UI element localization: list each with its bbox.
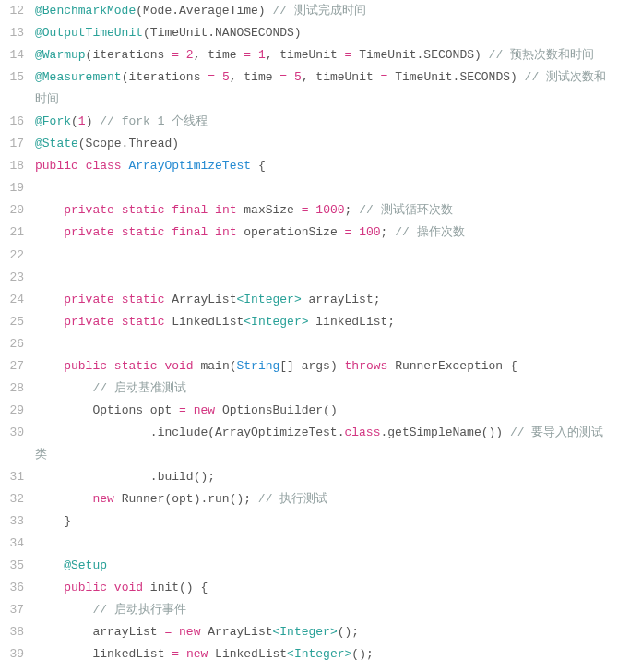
line-number: 38: [0, 621, 31, 643]
code-token: // fork 1 个线程: [100, 114, 208, 128]
code-token: public: [64, 359, 107, 373]
code-line: 20 private static final int maxSize = 10…: [0, 199, 618, 222]
code-token: ;: [381, 225, 396, 239]
code-line: 21 private static final int operationSiz…: [0, 222, 618, 244]
code-token: private: [64, 293, 114, 306]
code-token: final: [172, 225, 208, 239]
code-content: @Fork(1) // fork 1 个线程: [31, 111, 618, 133]
code-token: @Setup: [64, 558, 107, 572]
code-line: 36 public void init() {: [0, 577, 618, 599]
code-line: 22: [0, 245, 618, 267]
code-line: 33 }: [0, 510, 618, 533]
code-line: 15@Measurement(iterations = 5, time = 5,…: [0, 66, 618, 111]
code-token: [35, 315, 64, 329]
code-line: 35 @Setup: [0, 555, 618, 577]
code-content: }: [31, 510, 618, 533]
code-token: ArrayList: [164, 293, 236, 306]
code-token: [78, 159, 86, 173]
code-token: 5: [222, 70, 230, 84]
line-number: 30: [0, 422, 31, 444]
code-token: static: [122, 293, 165, 306]
code-content: .build();: [31, 466, 618, 488]
code-token: ();: [351, 647, 373, 661]
code-line: 23: [0, 267, 618, 289]
code-content: public class ArrayOptimizeTest {: [31, 155, 618, 177]
code-line: 29 Options opt = new OptionsBuilder(): [0, 400, 618, 422]
code-token: private: [64, 315, 114, 329]
line-number: 17: [0, 133, 31, 155]
line-number: 24: [0, 289, 31, 311]
code-content: @Setup: [31, 555, 618, 577]
code-token: , time: [230, 70, 280, 84]
line-number: 35: [0, 555, 31, 577]
code-token: String: [237, 359, 280, 373]
code-token: =: [172, 647, 179, 661]
code-token: (TimeUnit.NANOSECONDS): [143, 26, 302, 40]
code-content: private static ArrayList<Integer> arrayL…: [31, 289, 618, 311]
code-content: public void init() {: [31, 577, 618, 599]
code-token: }: [35, 514, 71, 528]
code-token: @State: [35, 137, 78, 150]
code-token: =: [179, 403, 186, 417]
code-token: [35, 203, 64, 217]
code-token: @OutputTimeUnit: [35, 26, 143, 40]
code-line: 24 private static ArrayList<Integer> arr…: [0, 289, 618, 311]
code-token: [35, 492, 92, 506]
code-token: TimeUnit.SECONDS): [387, 70, 524, 84]
line-number: 20: [0, 199, 31, 222]
code-token: static: [122, 315, 165, 329]
code-line: 19: [0, 177, 618, 199]
code-editor: 12@BenchmarkMode(Mode.AverageTime) // 测试…: [0, 0, 618, 666]
code-token: class: [344, 426, 380, 439]
code-token: 100: [359, 225, 380, 239]
code-token: [351, 225, 359, 239]
line-number: 23: [0, 267, 31, 289]
code-token: {: [251, 159, 266, 173]
code-line: 12@BenchmarkMode(Mode.AverageTime) // 测试…: [0, 0, 618, 22]
line-number: 14: [0, 44, 31, 66]
code-token: (: [71, 114, 78, 128]
code-token: class: [86, 159, 122, 173]
code-token: int: [215, 225, 236, 239]
code-line: 18public class ArrayOptimizeTest {: [0, 155, 618, 177]
code-line: 14@Warmup(iterations = 2, time = 1, time…: [0, 44, 618, 66]
code-token: static: [122, 225, 165, 239]
code-token: static: [114, 359, 158, 373]
line-number: 12: [0, 0, 31, 22]
code-line: 34: [0, 533, 618, 555]
code-token: [208, 203, 215, 217]
code-content: linkedList = new LinkedList<Integer>();: [31, 643, 618, 666]
code-content: @State(Scope.Thread): [31, 133, 618, 155]
line-number: 37: [0, 599, 31, 621]
code-token: linkedList: [35, 647, 172, 661]
code-line: 39 linkedList = new LinkedList<Integer>(…: [0, 643, 618, 666]
code-token: [107, 359, 114, 373]
code-token: (Scope.Thread): [78, 137, 179, 150]
code-token: .build();: [35, 470, 215, 484]
code-content: @OutputTimeUnit(TimeUnit.NANOSECONDS): [31, 22, 618, 44]
code-token: ;: [345, 203, 360, 217]
code-line: 16@Fork(1) // fork 1 个线程: [0, 111, 618, 133]
code-token: 1000: [315, 203, 344, 217]
code-line: 37 // 启动执行事件: [0, 599, 618, 621]
code-token: [287, 70, 294, 84]
code-token: =: [302, 203, 309, 217]
code-token: <Integer>: [236, 293, 301, 306]
line-number: 25: [0, 311, 31, 333]
code-token: @Fork: [35, 114, 71, 128]
code-content: public static void main(String[] args) t…: [31, 355, 618, 378]
code-token: [35, 381, 92, 395]
code-token: [179, 48, 186, 62]
code-token: [114, 315, 122, 329]
code-line: 27 public static void main(String[] args…: [0, 355, 618, 378]
code-token: Runner(opt).run();: [114, 492, 258, 506]
code-token: maxSize: [237, 203, 302, 217]
line-number: 19: [0, 177, 31, 199]
code-token: private: [64, 203, 114, 217]
code-token: // 操作次数: [395, 225, 464, 239]
line-number: 28: [0, 378, 31, 400]
code-token: init() {: [143, 581, 208, 594]
line-number: 31: [0, 466, 31, 488]
code-content: @BenchmarkMode(Mode.AverageTime) // 测试完成…: [31, 0, 618, 22]
code-content: private static LinkedList<Integer> linke…: [31, 311, 618, 333]
